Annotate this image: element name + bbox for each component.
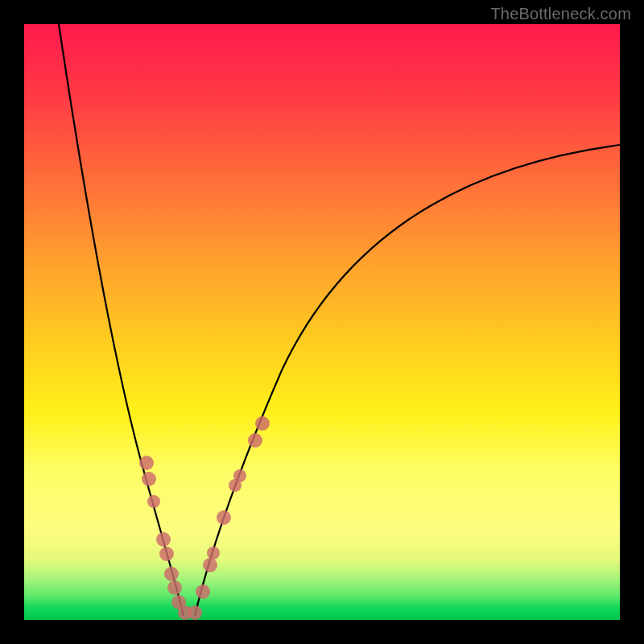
data-point — [164, 567, 179, 581]
data-point — [233, 469, 246, 482]
data-point — [248, 433, 262, 448]
data-point — [142, 472, 156, 486]
chart-svg — [24, 24, 620, 620]
data-point — [207, 547, 220, 559]
chart-area — [24, 24, 620, 620]
data-point — [188, 605, 202, 620]
curve-right — [195, 145, 620, 616]
data-point — [167, 580, 182, 595]
data-point — [139, 456, 154, 470]
curve-left — [59, 24, 184, 616]
data-point — [147, 495, 160, 508]
data-point — [217, 510, 231, 525]
data-point — [255, 416, 270, 431]
data-point — [159, 547, 174, 561]
data-point — [156, 532, 171, 547]
data-point — [196, 584, 210, 599]
watermark-text: TheBottleneck.com — [490, 5, 631, 23]
data-point — [203, 558, 217, 572]
